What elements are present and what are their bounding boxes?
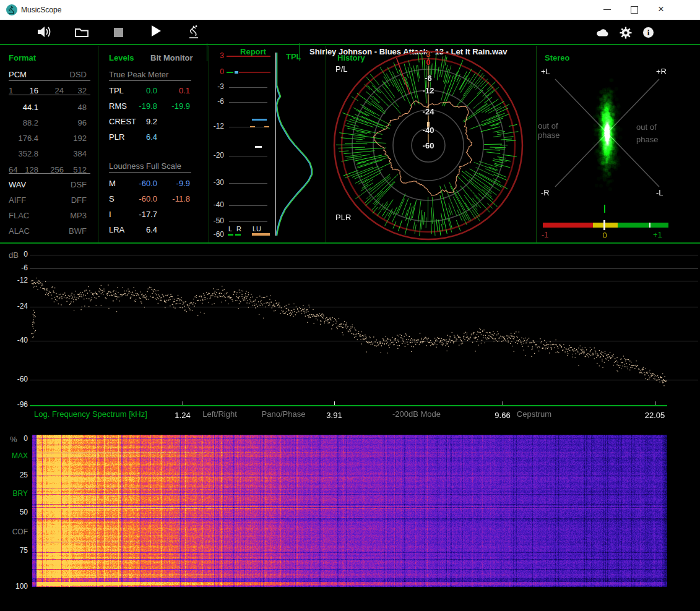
cloud-icon[interactable] bbox=[595, 28, 611, 40]
spectrum-db-label: -6 bbox=[7, 263, 28, 272]
format-option-aiff: AIFF bbox=[9, 195, 26, 205]
spectrogram-pct-label: 100 bbox=[12, 582, 28, 591]
format-rule bbox=[9, 80, 90, 81]
levels-row-label: TPL bbox=[109, 86, 124, 95]
meter-grid-line bbox=[229, 205, 267, 206]
format-option-88-2: 88.2 bbox=[23, 118, 38, 127]
divider-line bbox=[0, 242, 700, 244]
format-option-bwf: BWF bbox=[69, 226, 87, 236]
close-button[interactable]: × bbox=[649, 0, 673, 19]
meter-grid-line bbox=[229, 156, 267, 156]
format-option-1: 1 bbox=[9, 86, 13, 95]
window-title: MusicScope bbox=[21, 0, 61, 20]
spectrogram-pct-label: 75 bbox=[12, 546, 28, 555]
meter-scale-label: -60 bbox=[204, 230, 224, 239]
tpl-histogram-curve bbox=[276, 49, 327, 238]
spectrum-mode-cepstrum[interactable]: Cepstrum bbox=[517, 409, 551, 419]
spectrum-db-label: 0 bbox=[7, 250, 28, 258]
panel-separator bbox=[98, 46, 98, 242]
meter-grid-line bbox=[229, 87, 267, 88]
levels-value: -19.8 bbox=[136, 101, 157, 111]
meter-value-bar bbox=[255, 146, 262, 148]
spectrogram-pct-label: 50 bbox=[12, 508, 28, 516]
meter-scale-label: 3 bbox=[204, 51, 224, 60]
minimize-button[interactable] bbox=[595, 0, 620, 19]
report-button[interactable]: Report bbox=[228, 47, 278, 56]
meter-value-bar bbox=[228, 234, 233, 236]
meter-scale-label: -30 bbox=[204, 178, 224, 187]
open-folder-icon[interactable] bbox=[74, 27, 89, 40]
meter-scale-label: -3 bbox=[204, 82, 224, 91]
spectrum-plot bbox=[30, 247, 667, 403]
app-icon bbox=[6, 4, 17, 15]
levels-value: -19.9 bbox=[165, 101, 190, 111]
tab-levels[interactable]: Levels bbox=[109, 53, 134, 62]
out-of-phase-label-left: out ofphase bbox=[538, 121, 560, 140]
format-panel-title: Format bbox=[9, 53, 36, 62]
history-db-label: -40 bbox=[408, 126, 448, 135]
spectrogram-pct-label: 25 bbox=[12, 471, 28, 479]
meter-zero-green-mark bbox=[227, 72, 233, 73]
format-option-44-1: 44.1 bbox=[23, 103, 38, 112]
balance-neg-label: -1 bbox=[542, 230, 549, 239]
balance-top-tick bbox=[604, 205, 605, 213]
divider-line bbox=[0, 44, 700, 45]
goniometer-minus-l-label: -L bbox=[656, 188, 663, 197]
play-icon[interactable] bbox=[152, 25, 161, 36]
spectrum-mode-pano-phase[interactable]: Pano/Phase bbox=[262, 409, 306, 419]
levels-row-label: RMS bbox=[109, 101, 127, 111]
format-option-flac: FLAC bbox=[9, 211, 29, 220]
meter-scale-label: -12 bbox=[204, 122, 224, 130]
format-option-mp3: MP3 bbox=[70, 211, 87, 220]
format-option-dsf: DSF bbox=[71, 180, 87, 189]
spectrum-mode-left-right[interactable]: Left/Right bbox=[202, 409, 237, 419]
balance-bar-green bbox=[618, 223, 668, 228]
maximize-button[interactable] bbox=[621, 0, 646, 19]
levels-value: 6.4 bbox=[136, 132, 157, 142]
spectrum-db-label: -96 bbox=[7, 400, 28, 409]
info-icon[interactable]: i bbox=[643, 27, 654, 38]
history-db-label: -60 bbox=[408, 141, 448, 150]
balance-bar-red bbox=[543, 223, 593, 228]
meter-grid-line bbox=[229, 102, 267, 103]
levels-value: -17.7 bbox=[136, 210, 157, 219]
balance-tick bbox=[649, 223, 650, 228]
spectrum-mode--200db-mode[interactable]: -200dB Mode bbox=[392, 409, 441, 419]
meter-scale-label: 0 bbox=[204, 67, 224, 76]
history-pl-label: P/L bbox=[335, 64, 348, 74]
spectrum-freq-label: 1.24 bbox=[175, 411, 190, 420]
balance-marker[interactable] bbox=[603, 220, 605, 230]
meter-value-bar bbox=[264, 126, 269, 127]
stop-icon[interactable] bbox=[114, 27, 123, 37]
meter-legend-l: L bbox=[228, 225, 232, 233]
levels-value: 0.1 bbox=[165, 86, 190, 95]
format-rule bbox=[9, 95, 90, 95]
titlebar: MusicScope × bbox=[0, 0, 700, 20]
meter-legend-lu: LU bbox=[253, 225, 261, 233]
levels-value: 0.0 bbox=[136, 86, 157, 95]
meter-grid-line bbox=[229, 127, 267, 127]
format-option-96: 96 bbox=[78, 118, 87, 127]
history-db-label: -12 bbox=[408, 86, 448, 95]
format-option-176-4: 176.4 bbox=[18, 134, 38, 143]
history-panel-title: History bbox=[337, 53, 365, 62]
tab-bit-monitor[interactable]: Bit Monitor bbox=[150, 53, 193, 62]
format-option-192: 192 bbox=[73, 134, 87, 143]
spectrum-freq-label: 9.66 bbox=[495, 411, 510, 420]
out-of-phase-label-right: out ofphase bbox=[636, 121, 658, 146]
format-option-wav: WAV bbox=[9, 180, 26, 189]
levels-section-heading: True Peak Meter bbox=[109, 70, 168, 79]
spectrogram-marker-max: MAX bbox=[9, 451, 28, 460]
spectrum-db-label: -60 bbox=[7, 375, 28, 383]
balance-bar-yellow bbox=[593, 223, 618, 228]
levels-value: 6.4 bbox=[136, 225, 157, 234]
gear-icon[interactable] bbox=[620, 27, 632, 41]
volume-icon[interactable] bbox=[37, 25, 52, 41]
spectrum-db-label: -12 bbox=[7, 276, 28, 284]
microscope-icon[interactable] bbox=[187, 25, 201, 41]
format-rule bbox=[9, 173, 90, 174]
format-option-32: 32 bbox=[78, 86, 87, 95]
meter-legend-r: R bbox=[236, 225, 241, 233]
meter-grid-line bbox=[229, 221, 267, 222]
format-option-alac: ALAC bbox=[9, 226, 30, 236]
